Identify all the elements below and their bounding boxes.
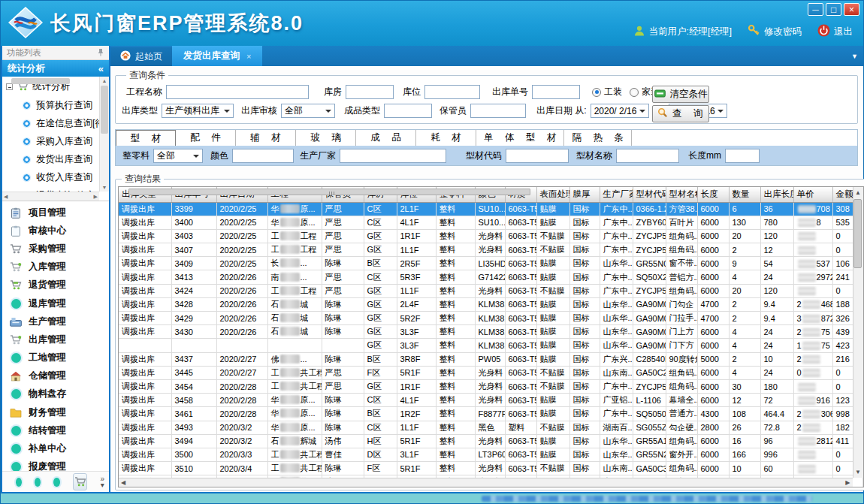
change-password-button[interactable]: 修改密码 — [748, 24, 802, 39]
tree-horizontal-scrollbar[interactable]: ◀▶ — [2, 192, 99, 201]
sidebar-menu-item[interactable]: 工地管理 — [2, 349, 109, 367]
sidebar-menu-item[interactable]: 入库管理 — [2, 258, 109, 276]
color-input[interactable] — [232, 149, 294, 163]
table-row[interactable]: 调拨出库34242020/2/26工工程严思G区1L1F整料光身料6063-T5… — [119, 284, 862, 297]
module-dot-icon[interactable] — [16, 478, 22, 487]
column-header[interactable]: 单价 — [793, 187, 832, 202]
tree-item[interactable]: 在途信息查询[待 — [2, 114, 99, 132]
tree-scroll-thumb[interactable] — [101, 86, 108, 134]
table-row[interactable]: 调拨出库35002020/3/3工共工程曹佳D区3L1F整料LT3P606063… — [119, 448, 862, 461]
warehouse-input[interactable] — [346, 85, 394, 99]
scroll-left-icon[interactable]: ◀ — [4, 194, 8, 200]
scroll-right-icon[interactable]: ▶ — [845, 479, 850, 486]
home-decor-radio[interactable] — [630, 88, 639, 97]
table-row[interactable]: G区3L3F整料KLM38176063-T5贴膜国标山东华...GA90M09.… — [119, 339, 862, 352]
sidebar-menu-item[interactable]: 生产管理 — [2, 312, 109, 330]
search-button[interactable]: 查 询 — [652, 105, 709, 122]
more-modules-button[interactable]: »▾ — [100, 476, 104, 488]
sidebar-menu-item[interactable]: 报废管理 — [2, 458, 109, 471]
table-row[interactable]: 调拨出库34542020/2/28工共工程严思G区1R1F整料光身料6063-T… — [119, 379, 862, 393]
material-tab[interactable]: 辅 材 — [236, 130, 296, 146]
order-no-input[interactable] — [532, 85, 580, 99]
scroll-down-icon[interactable]: ▼ — [855, 469, 861, 475]
scroll-left-icon[interactable]: ◀ — [121, 479, 125, 486]
column-header[interactable]: 出库长度 — [760, 187, 793, 202]
audit-select[interactable]: 全部 — [281, 104, 335, 118]
sidebar-menu-item[interactable]: 财务管理 — [2, 403, 109, 421]
module-dot-icon[interactable] — [53, 478, 59, 487]
pin-icon[interactable] — [97, 48, 104, 58]
table-row[interactable]: 调拨出库34002020/2/25华原...严思C区4L1F整料SU10...6… — [119, 216, 862, 229]
table-hscroll-thumb[interactable] — [128, 189, 530, 195]
tab-home[interactable]: 起始页 — [110, 47, 172, 66]
table-row[interactable]: 调拨出库34372020/2/27佛...陈琳B区3R8F整料PW056063-… — [119, 352, 862, 366]
close-button[interactable]: × — [844, 3, 859, 16]
material-tab[interactable]: 单 体 型 材 — [476, 130, 564, 146]
tab-close-icon[interactable]: × — [246, 52, 251, 61]
table-row[interactable]: 调拨出库34932020/3/2华原...陈琳C区1L1F整料黑色塑料不贴膜国标… — [119, 421, 862, 434]
sidebar-menu-item[interactable]: 出库管理 — [2, 330, 109, 349]
scroll-up-icon[interactable]: ▲ — [102, 78, 107, 83]
manufacturer-input[interactable] — [340, 149, 446, 163]
scroll-up-icon[interactable]: ▲ — [855, 189, 861, 196]
cart-module-button[interactable] — [73, 473, 88, 490]
table-row[interactable]: 调拨出库34132020/2/26南...严思C区5R3F整料G71422606… — [119, 270, 862, 284]
material-tab[interactable]: 隔 热 条 — [564, 130, 631, 146]
keeper-input[interactable] — [470, 104, 526, 118]
material-tab[interactable]: 耗 材 — [416, 130, 476, 146]
sidebar-menu-item[interactable]: 物料盘存 — [2, 385, 109, 403]
material-tab[interactable]: 玻 璃 — [296, 130, 356, 146]
out-type-select[interactable]: 生产领料出库 — [162, 104, 234, 118]
sidebar-menu-item[interactable]: 仓储管理 — [2, 367, 109, 385]
module-dot-icon[interactable] — [35, 478, 41, 487]
table-row[interactable]: 调拨出库34582020/2/28华原...陈琳C区4L1F整料光身料6063-… — [119, 394, 862, 407]
sidebar-menu-item[interactable]: 采购管理 — [2, 240, 109, 258]
tab-list-caret-icon[interactable]: ▼ — [851, 53, 858, 60]
scroll-right-icon[interactable]: ▶ — [94, 194, 98, 200]
table-row[interactable]: 调拨出库33992020/2/25华原...严思C区2L1F整料SU10...6… — [119, 202, 862, 216]
column-header[interactable]: 长度 — [697, 187, 729, 202]
product-type-input[interactable] — [384, 104, 432, 118]
sidebar-menu-item[interactable]: 退货管理 — [2, 276, 109, 294]
column-header[interactable]: 表面处理 — [536, 187, 569, 202]
tree-item[interactable]: 收货入库查询 — [2, 168, 99, 186]
profile-code-input[interactable] — [506, 149, 569, 163]
column-header[interactable]: 型材名称 — [666, 187, 697, 202]
tree-item[interactable]: 采购入库查询 — [2, 132, 99, 150]
table-vscroll-thumb[interactable] — [853, 199, 862, 268]
location-input[interactable] — [424, 85, 480, 99]
profile-name-input[interactable] — [616, 149, 679, 163]
tree-item[interactable]: 退货查询[待定] — [2, 186, 99, 192]
maximize-button[interactable]: □ — [826, 3, 841, 16]
sidebar-menu-item[interactable]: 退库管理 — [2, 294, 109, 312]
collapse-icon[interactable]: « — [98, 63, 104, 74]
length-input[interactable] — [725, 149, 760, 163]
column-header[interactable]: 数量 — [729, 187, 760, 202]
table-row[interactable]: 调拨出库34452020/2/27工共工程严思F区5R1F整料光身料6063-T… — [119, 366, 862, 379]
material-tab[interactable]: 成 品 — [356, 130, 416, 146]
table-row[interactable]: 调拨出库34612020/2/28华原...陈琳B区1R2F整料F8877FT6… — [119, 407, 862, 421]
tree-expand-icon[interactable] — [6, 83, 13, 90]
table-horizontal-scrollbar[interactable]: ◀▶ — [119, 478, 853, 487]
column-header[interactable]: 生产厂家 — [600, 187, 633, 202]
scroll-down-icon[interactable]: ▼ — [102, 185, 107, 190]
column-header[interactable]: 膜厚 — [569, 187, 600, 202]
table-row[interactable]: 调拨出库34302020/2/26石城陈琳G区3L3F整料KLM38176063… — [119, 325, 862, 339]
tree-item[interactable]: 发货出库查询 — [2, 150, 99, 168]
table-row[interactable]: 调拨出库34292020/2/26石城陈琳G区5R2F整料KLM38176063… — [119, 312, 862, 325]
project-name-input[interactable] — [166, 85, 309, 99]
material-tab[interactable]: 配 件 — [176, 130, 236, 146]
tab-shipment-query[interactable]: 发货出库查询 × — [172, 46, 262, 66]
table-row[interactable]: 调拨出库34032020/2/25工工程严思G区1R1F整料光身料6063-T5… — [119, 229, 862, 243]
table-row[interactable]: 调拨出库34092020/2/25长...陈琳B区2R5F整料LI35HD606… — [119, 257, 862, 270]
table-row[interactable]: 调拨出库34282020/2/26石城陈琳G区2L4F整料KLM38176063… — [119, 297, 862, 311]
sidebar-menu-item[interactable]: 项目管理 — [2, 204, 109, 222]
table-row[interactable]: 调拨出库34072020/2/25工工程严思G区1L1F整料光身料6063-T5… — [119, 243, 862, 257]
material-tab[interactable]: 型 材 — [116, 130, 176, 146]
table-row[interactable]: 调拨出库35102020/3/4工共工程陈琳F区5R1F整料光身料6063-T5… — [119, 462, 862, 475]
industrial-radio[interactable] — [592, 88, 601, 97]
minimize-button[interactable]: ─ — [808, 3, 823, 16]
stats-panel-header[interactable]: 统计分析 « — [2, 60, 109, 77]
sidebar-menu-item[interactable]: 结转管理 — [2, 421, 109, 439]
whole-piece-select[interactable]: 全部 — [153, 149, 203, 163]
